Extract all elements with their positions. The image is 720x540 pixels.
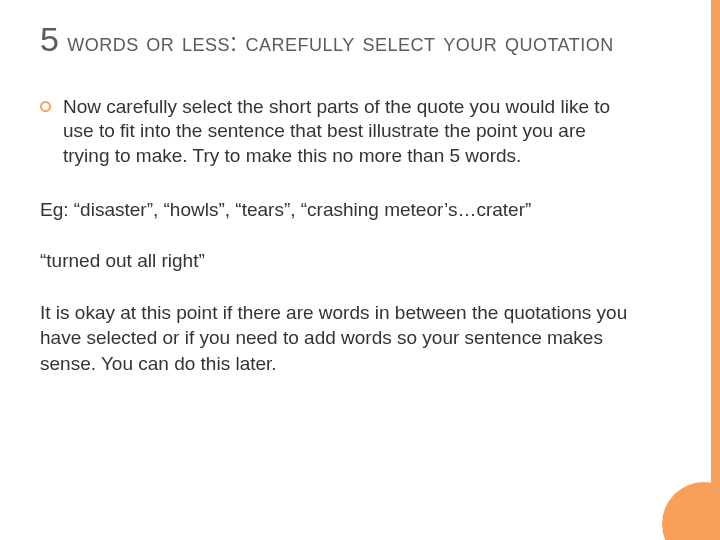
title-number: 5: [40, 20, 59, 58]
slide: 5 words or less: carefully select your q…: [0, 0, 720, 540]
accent-side-strip: [711, 0, 720, 540]
slide-title: 5 words or less: carefully select your q…: [40, 18, 680, 61]
bullet-list: Now carefully select the short parts of …: [40, 95, 680, 169]
closing-paragraph: It is okay at this point if there are wo…: [40, 300, 660, 377]
list-item: Now carefully select the short parts of …: [40, 95, 680, 169]
bullet-icon: [40, 101, 51, 112]
quote-line: “turned out all right”: [40, 248, 660, 274]
accent-circle: [662, 482, 720, 540]
title-text: words or less: carefully select your quo…: [59, 27, 613, 57]
bullet-text: Now carefully select the short parts of …: [63, 95, 623, 169]
example-line: Eg: “disaster”, “howls”, “tears”, “crash…: [40, 197, 660, 223]
